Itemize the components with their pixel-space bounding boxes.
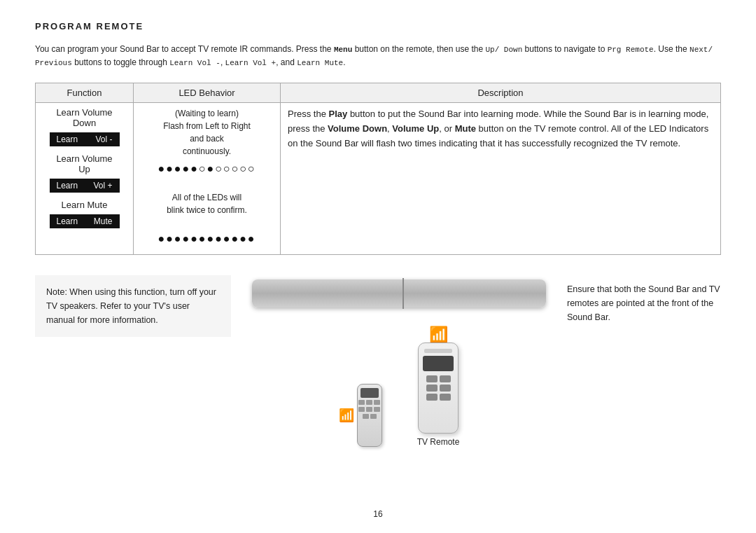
right-text: Ensure that both the Sound Bar and TV re… (567, 275, 721, 324)
note-text: Note: When using this function, turn off… (46, 287, 216, 325)
wifi-signal-top-icon: 📶 (429, 326, 448, 344)
tv-remote-area: 📶 TV Remote (417, 326, 460, 447)
soundbar-remote-body (357, 384, 382, 447)
small-btn (358, 407, 365, 412)
soundbar-line (402, 278, 404, 309)
tv-remote-label: TV Remote (417, 437, 460, 447)
remote-btn (440, 375, 451, 382)
tv-remote-screen (423, 356, 454, 371)
remote-btn (440, 394, 451, 401)
led-row-3: ●●●●●●●●●●●● (141, 230, 273, 247)
remote-btn (426, 394, 438, 401)
col-header-function: Function (36, 83, 134, 103)
intro-paragraph: You can program your Sound Bar to accept… (35, 43, 721, 69)
page-number: 16 (35, 502, 721, 519)
soundbar-body (252, 279, 546, 307)
soundbar-btn-group-2 (358, 407, 380, 412)
function-cell-1: Learn VolumeDown LearnVol - Learn Volume… (36, 103, 134, 255)
button-display-1: LearnVol - (50, 132, 120, 146)
small-btn (374, 407, 380, 412)
remote-btn (440, 385, 451, 392)
function-name-1: Learn VolumeDown (43, 107, 126, 128)
col-header-led: LED Behavior (134, 83, 281, 103)
led-row-2: All of the LEDs willblink twice to confi… (141, 191, 273, 216)
note-box: Note: When using this function, turn off… (35, 275, 231, 337)
bottom-section: Note: When using this function, turn off… (35, 275, 721, 447)
soundbar-btn-group-1 (358, 400, 380, 405)
function-name-3: Learn Mute (43, 200, 126, 210)
button-display-2: LearnVol + (50, 179, 120, 193)
soundbar-illustration (252, 275, 546, 312)
led-cell: (Waiting to learn)Flash from Left to Rig… (134, 103, 281, 255)
description-cell: Press the Play button to put the Sound B… (281, 103, 721, 255)
wifi-signal-left-icon: 📶 (339, 408, 354, 423)
soundbar-area: 📶 (231, 275, 567, 447)
soundbar-btn-group-3 (363, 414, 377, 419)
soundbar-remote-area: 📶 (339, 384, 382, 447)
table-row: Learn VolumeDown LearnVol - Learn Volume… (36, 103, 721, 255)
function-name-2: Learn VolumeUp (43, 153, 126, 174)
small-btn (358, 400, 365, 405)
info-table: Function LED Behavior Description Learn … (35, 83, 721, 255)
small-btn (374, 400, 380, 405)
led-dots-1: ●●●●●○●○○○○○ (141, 160, 273, 177)
remote-btn (426, 385, 438, 392)
tv-remote-btn-grid (426, 375, 451, 401)
led-row-1: (Waiting to learn)Flash from Left to Rig… (141, 107, 273, 177)
remote-btn (426, 375, 438, 382)
button-display-3: LearnMute (50, 214, 120, 228)
page-title: PROGRAM REMOTE (35, 21, 721, 32)
remote-top-bar (424, 349, 452, 353)
col-header-description: Description (281, 83, 721, 103)
small-btn (363, 414, 369, 419)
small-btn (366, 407, 372, 412)
tv-remote-body (418, 342, 458, 434)
small-btn (370, 414, 377, 419)
led-dots-3: ●●●●●●●●●●●● (141, 230, 273, 247)
soundbar-remote-screen (360, 388, 379, 398)
small-btn (366, 400, 372, 405)
